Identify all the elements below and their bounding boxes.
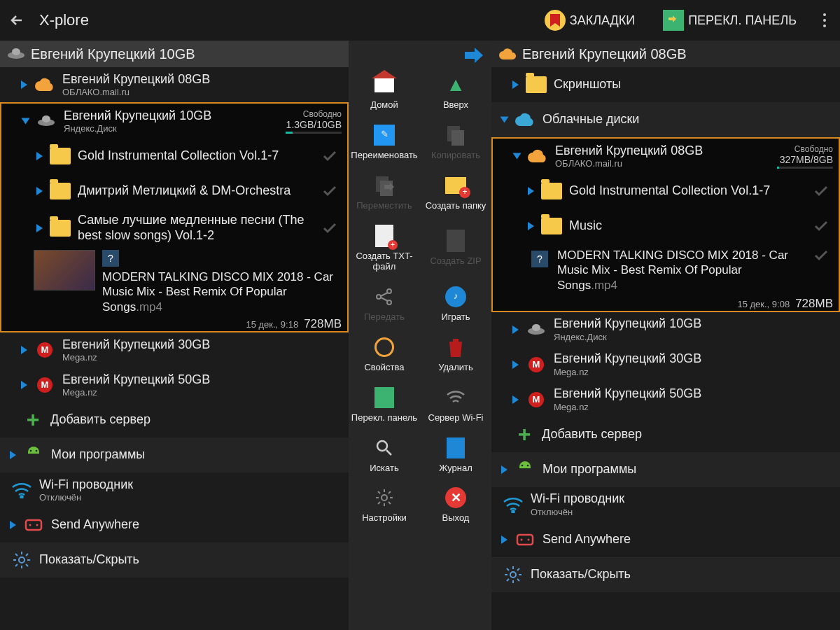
video-file-item[interactable]: ? MODERN TALKING DISCO MIX 2018 - Car Mu… xyxy=(493,244,839,297)
copy-button[interactable]: Копировать xyxy=(420,118,491,165)
settings-icon xyxy=(371,484,398,511)
svg-point-22 xyxy=(532,324,540,331)
left-path-label: Евгений Крупецкий 10GB xyxy=(31,46,195,62)
expand-icon xyxy=(528,187,534,195)
yandex-disk-item[interactable]: Евгений Крупецкий 10GB Яндекс.Диск Свобо… xyxy=(1,104,347,139)
item-title: Мои программы xyxy=(542,462,834,477)
plus-icon: + xyxy=(512,423,536,447)
expand-icon xyxy=(512,326,519,334)
check-icon[interactable] xyxy=(809,183,833,199)
bookmarks-button[interactable]: ЗАКЛАДКИ xyxy=(538,10,642,31)
move-icon xyxy=(371,172,398,199)
folder-item[interactable]: Дмитрий Метлицкий & DM-Orchestra xyxy=(1,174,347,209)
copy-label: Копировать xyxy=(431,150,480,161)
folder-item[interactable]: Gold Instrumental Collection Vol.1-7 xyxy=(493,174,839,209)
delete-button[interactable]: Удалить xyxy=(420,330,491,377)
bookmarks-label: ЗАКЛАДКИ xyxy=(570,13,635,28)
panel-direction-icon[interactable] xyxy=(465,48,483,63)
back-button[interactable] xyxy=(8,12,25,29)
item-title: Wi-Fi проводник xyxy=(531,491,834,507)
folder-icon xyxy=(48,144,72,168)
show-hide-item[interactable]: Показать/Скрыть xyxy=(0,542,349,578)
settings-button[interactable]: Настройки xyxy=(349,480,420,528)
item-title: Евгений Крупецкий 08GB xyxy=(555,144,771,159)
folder-item[interactable]: Самые лучшие медленные песни (The best s… xyxy=(1,209,347,247)
log-label: Журнал xyxy=(439,463,472,474)
up-button[interactable]: ▲Вверх xyxy=(420,67,491,115)
screenshots-item[interactable]: Скриншоты xyxy=(491,67,840,102)
cloud-disks-item[interactable]: Облачные диски xyxy=(491,102,840,137)
rename-button[interactable]: ✎Переименовать xyxy=(349,118,420,165)
create-zip-button[interactable]: Создать ZIP xyxy=(420,218,491,276)
folder-item[interactable]: Music xyxy=(493,209,839,244)
svg-point-16 xyxy=(377,295,381,299)
check-icon[interactable] xyxy=(809,218,833,234)
svg-point-1 xyxy=(12,48,20,55)
app-title: X-plore xyxy=(39,11,524,29)
expand-icon xyxy=(10,521,16,529)
exit-button[interactable]: ✕Выход xyxy=(420,480,491,528)
svg-point-27 xyxy=(521,538,523,540)
search-button[interactable]: Искать xyxy=(349,430,420,478)
share-button[interactable]: Передать xyxy=(349,279,420,327)
mega-icon: M xyxy=(33,338,57,362)
wifi-explorer-item[interactable]: Wi-Fi проводникОтключён xyxy=(0,472,349,507)
mega-account-item[interactable]: M Евгений Крупецкий 30GBMega.nz xyxy=(491,347,840,382)
mega-account-item[interactable]: M Евгений Крупецкий 50GBMega.nz xyxy=(0,368,349,402)
switch-panel-button[interactable]: ПЕРЕКЛ. ПАНЕЛЬ xyxy=(656,10,804,31)
gear-icon xyxy=(501,563,525,587)
check-icon[interactable] xyxy=(318,148,342,164)
left-path-bar[interactable]: Евгений Крупецкий 10GB xyxy=(0,41,349,67)
add-server-item[interactable]: + Добавить сервер xyxy=(0,402,349,438)
wifi-server-button[interactable]: Сервер Wi-Fi xyxy=(420,380,491,428)
switch-panel-label: ПЕРЕКЛ. ПАНЕЛЬ xyxy=(688,13,797,28)
cloud-account-item[interactable]: Евгений Крупецкий 08GB ОБЛАКО.mail.ru xyxy=(0,67,349,102)
svg-point-9 xyxy=(36,524,38,526)
play-button[interactable]: ♪Играть xyxy=(420,279,491,327)
create-txt-button[interactable]: Создать TXT-файл xyxy=(349,218,420,276)
send-anywhere-item[interactable]: Send Anywhere xyxy=(0,507,349,542)
home-button[interactable]: Домой xyxy=(349,67,420,115)
overflow-menu-button[interactable] xyxy=(818,13,832,27)
right-panel[interactable]: Евгений Крупецкий 08GB Скриншоты Облачны… xyxy=(491,41,840,630)
yandex-disk-item[interactable]: Евгений Крупецкий 10GBЯндекс.Диск xyxy=(491,312,840,347)
move-button[interactable]: Переместить xyxy=(349,168,420,216)
settings-label: Настройки xyxy=(362,513,407,524)
folder-item[interactable]: Gold Instrumental Collection Vol.1-7 xyxy=(1,139,347,174)
folder-icon xyxy=(540,179,564,203)
rename-label: Переименовать xyxy=(351,150,417,161)
video-title: MODERN TALKING DISCO MIX 2018 - Car Musi… xyxy=(557,248,804,293)
search-label: Искать xyxy=(370,463,399,474)
right-path-bar[interactable]: Евгений Крупецкий 08GB xyxy=(491,41,840,67)
check-icon[interactable] xyxy=(318,183,342,199)
show-hide-item[interactable]: Показать/Скрыть xyxy=(491,557,840,592)
add-server-item[interactable]: + Добавить сервер xyxy=(491,417,840,452)
cloud-icon xyxy=(513,108,537,132)
send-anywhere-item[interactable]: Send Anywhere xyxy=(491,522,840,557)
ufo-icon xyxy=(524,318,548,342)
mega-account-item[interactable]: M Евгений Крупецкий 50GBMega.nz xyxy=(491,382,840,417)
switch-icon xyxy=(374,387,394,408)
create-txt-label: Создать TXT-файл xyxy=(350,251,419,272)
storage-info: Свободно 327MB/8GB xyxy=(777,144,833,169)
my-apps-item[interactable]: Мои программы xyxy=(0,438,349,472)
video-file-item[interactable]: ? MODERN TALKING DISCO MIX 2018 - Car Mu… xyxy=(1,247,347,317)
mega-account-item[interactable]: M Евгений Крупецкий 30GBMega.nz xyxy=(0,332,349,368)
check-icon[interactable] xyxy=(318,220,342,236)
left-panel[interactable]: Евгений Крупецкий 10GB Евгений Крупецкий… xyxy=(0,41,349,630)
check-icon[interactable] xyxy=(809,248,833,263)
log-button[interactable]: Журнал xyxy=(420,430,491,478)
wifi-explorer-item[interactable]: Wi-Fi проводникОтключён xyxy=(491,487,840,522)
item-title: Евгений Крупецкий 08GB xyxy=(62,72,343,88)
cloud-icon xyxy=(33,73,57,97)
item-subtitle: Mega.nz xyxy=(554,367,834,377)
switch-panel-button[interactable]: Перекл. панель xyxy=(349,380,420,428)
create-folder-button[interactable]: Создать папку xyxy=(420,168,491,216)
item-subtitle: Отключён xyxy=(39,492,343,503)
properties-button[interactable]: Свойства xyxy=(349,330,420,377)
svg-rect-12 xyxy=(451,130,464,146)
my-apps-item[interactable]: Мои программы xyxy=(491,452,840,487)
cloud-account-item[interactable]: Евгений Крупецкий 08GB ОБЛАКО.mail.ru Св… xyxy=(493,139,839,174)
folder-icon xyxy=(48,179,72,203)
expand-icon xyxy=(21,346,27,354)
